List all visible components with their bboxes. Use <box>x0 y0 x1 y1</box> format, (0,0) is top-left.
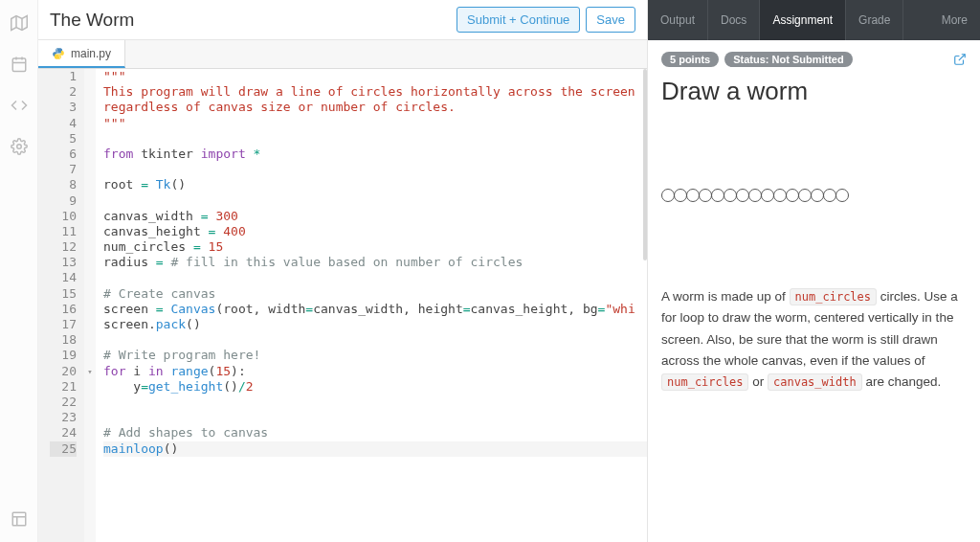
code-line[interactable]: """ <box>103 116 647 131</box>
code-line[interactable]: y=get_height()/2 <box>103 379 647 395</box>
svg-point-7 <box>16 145 21 149</box>
tab-output[interactable]: Output <box>648 0 708 40</box>
external-link-icon[interactable] <box>953 53 967 66</box>
tab-assignment[interactable]: Assignment <box>760 0 846 40</box>
code-line[interactable] <box>103 193 647 209</box>
fold-marker <box>84 239 96 255</box>
line-number: 23 <box>50 410 77 425</box>
fold-marker <box>84 209 96 224</box>
right-tab-bar: OutputDocsAssignmentGradeMore <box>648 0 980 40</box>
line-number: 13 <box>50 255 77 270</box>
code-line[interactable] <box>103 332 647 348</box>
worm-circle <box>835 189 849 202</box>
file-tab-label: main.py <box>71 47 111 60</box>
line-number: 11 <box>50 224 77 239</box>
file-tab-main[interactable]: main.py <box>38 40 125 68</box>
tab-more[interactable]: More <box>929 0 980 40</box>
code-line[interactable]: from tkinter import * <box>103 147 647 162</box>
line-number: 9 <box>50 193 77 209</box>
code-line[interactable] <box>103 395 647 410</box>
code-line[interactable]: root = Tk() <box>103 177 647 192</box>
svg-line-11 <box>959 55 965 60</box>
svg-rect-8 <box>12 512 26 526</box>
code-line[interactable]: num_circles = 15 <box>103 239 647 255</box>
fold-marker <box>84 100 96 115</box>
python-icon <box>52 47 65 60</box>
editor-panel: The Worm Submit + Continue Save main.py … <box>38 0 647 542</box>
line-number: 15 <box>50 286 77 302</box>
fold-marker <box>84 162 96 177</box>
line-number: 2 <box>50 84 77 100</box>
line-number: 14 <box>50 270 77 285</box>
scrollbar[interactable] <box>643 69 647 260</box>
gear-icon[interactable] <box>11 138 28 155</box>
worm-circle <box>798 189 812 202</box>
assignment-body: 5 points Status: Not Submitted Draw a wo… <box>648 40 980 542</box>
worm-circle <box>661 189 675 202</box>
code-line[interactable]: canvas_height = 400 <box>103 224 647 239</box>
fold-marker[interactable]: ▾ <box>84 364 96 379</box>
svg-marker-0 <box>11 16 27 31</box>
line-number: 25 <box>50 441 77 457</box>
line-number: 24 <box>50 425 77 440</box>
fold-marker <box>84 270 96 285</box>
line-number: 20 <box>50 364 77 379</box>
fold-marker <box>84 395 96 410</box>
line-number: 10 <box>50 209 77 224</box>
code-line[interactable]: """ <box>103 69 647 84</box>
file-tab-bar: main.py <box>38 40 647 69</box>
code-line[interactable]: # Add shapes to canvas <box>103 425 647 440</box>
fold-marker <box>84 116 96 131</box>
assignment-description: A worm is made up of num_circles circles… <box>661 286 967 393</box>
code-line[interactable]: regardless of canvas size or number of c… <box>103 100 647 115</box>
worm-circle <box>711 189 724 202</box>
submit-continue-button[interactable]: Submit + Continue <box>457 7 580 33</box>
code-line[interactable]: screen.pack() <box>103 317 647 332</box>
worm-circle <box>686 189 700 202</box>
fold-marker <box>84 255 96 270</box>
code-line[interactable]: screen = Canvas(root, width=canvas_width… <box>103 302 647 317</box>
tab-docs[interactable]: Docs <box>708 0 760 40</box>
line-number: 16 <box>50 302 77 317</box>
code-line[interactable]: for i in range(15): <box>103 364 647 379</box>
assignment-title: Draw a worm <box>661 77 967 106</box>
fold-marker <box>84 193 96 209</box>
fold-marker <box>84 317 96 332</box>
code-line[interactable] <box>103 270 647 285</box>
worm-circle <box>811 189 824 202</box>
line-number: 17 <box>50 317 77 332</box>
code-line[interactable]: This program will draw a line of circles… <box>103 84 647 100</box>
header: The Worm Submit + Continue Save <box>38 0 647 40</box>
worm-circle <box>786 189 799 202</box>
tab-grade[interactable]: Grade <box>846 0 903 40</box>
code-line[interactable]: # Write program here! <box>103 348 647 363</box>
map-icon[interactable] <box>11 14 28 32</box>
calendar-icon[interactable] <box>11 56 28 73</box>
fold-marker <box>84 441 96 457</box>
worm-circle <box>724 189 737 202</box>
save-button[interactable]: Save <box>586 7 635 33</box>
fold-marker <box>84 177 96 192</box>
left-rail <box>0 0 38 542</box>
code-line[interactable]: radius = # fill in this value based on n… <box>103 255 647 270</box>
code-line[interactable]: # Create canvas <box>103 286 647 302</box>
code-line[interactable] <box>103 162 647 177</box>
code-icon[interactable] <box>11 97 28 114</box>
line-number: 7 <box>50 162 77 177</box>
worm-illustration <box>661 124 967 267</box>
code-line[interactable] <box>103 410 647 425</box>
worm-circle <box>748 189 762 202</box>
fold-marker <box>84 410 96 425</box>
line-number: 4 <box>50 116 77 131</box>
fold-marker <box>84 425 96 440</box>
fold-marker <box>84 224 96 239</box>
code-line[interactable]: mainloop() <box>103 441 647 457</box>
code-editor[interactable]: 1234567891011121314151617181920212223242… <box>38 69 647 542</box>
page-title: The Worm <box>50 10 451 31</box>
fold-marker <box>84 348 96 363</box>
code-line[interactable]: canvas_width = 300 <box>103 209 647 224</box>
worm-circle <box>674 189 687 202</box>
code-line[interactable] <box>103 131 647 147</box>
svg-rect-3 <box>12 58 26 72</box>
layout-icon[interactable] <box>11 510 28 528</box>
